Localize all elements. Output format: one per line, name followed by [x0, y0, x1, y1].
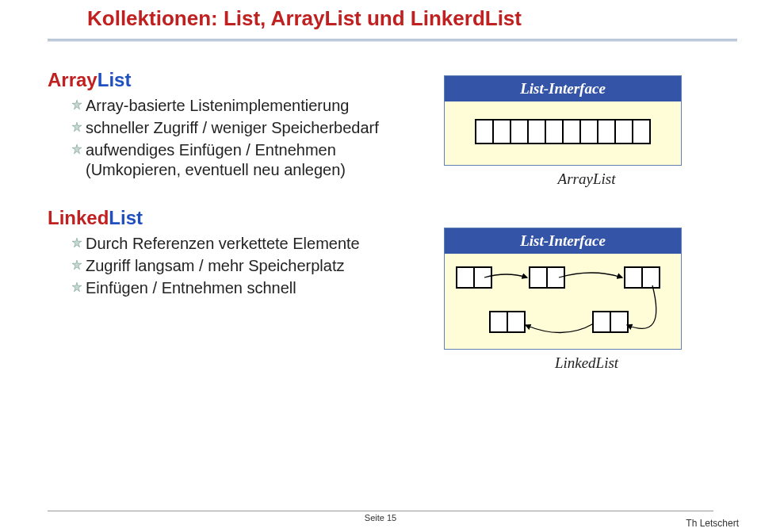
- diagram-header: List-Interface: [445, 228, 681, 254]
- linkedlist-diagram: List-Interface: [444, 228, 682, 350]
- arraylist-bullets: Array-basierte Listenimplementierung sch…: [48, 96, 420, 180]
- bullet-text: Durch Referenzen verkettete Elemente: [86, 234, 420, 254]
- bullet-star-icon: [68, 281, 86, 293]
- svg-marker-1: [72, 122, 82, 132]
- footer-divider: [48, 511, 713, 511]
- svg-marker-3: [72, 238, 82, 247]
- list-item: aufwendiges Einfügen / Entnehmen (Umkopi…: [68, 140, 420, 180]
- linkedlist-bullets: Durch Referenzen verkettete Elemente Zug…: [48, 234, 420, 298]
- arraylist-diagram: List-Interface: [444, 75, 682, 166]
- list-item: Array-basierte Listenimplementierung: [68, 96, 420, 116]
- svg-marker-4: [72, 260, 82, 270]
- list-item: Zugriff langsam / mehr Speicherplatz: [68, 256, 420, 276]
- linked-node: [624, 266, 660, 289]
- svg-marker-2: [72, 144, 82, 154]
- bullet-text: Array-basierte Listenimplementierung: [86, 96, 420, 116]
- array-cells: [475, 119, 651, 144]
- list-item: Durch Referenzen verkettete Elemente: [68, 234, 420, 254]
- linked-node: [489, 311, 526, 333]
- bullet-text: schneller Zugriff / weniger Speicherbeda…: [86, 118, 420, 138]
- bullet-star-icon: [68, 121, 86, 132]
- linked-node: [529, 266, 565, 289]
- bullet-star-icon: [68, 259, 86, 270]
- page-title: Kollektionen: List, ArrayList und Linker…: [87, 6, 761, 31]
- bullet-text: Zugriff langsam / mehr Speicherplatz: [86, 256, 420, 276]
- author-label: Th Letschert: [686, 518, 739, 529]
- list-item: schneller Zugriff / weniger Speicherbeda…: [68, 118, 420, 138]
- svg-marker-5: [72, 282, 82, 292]
- page-number: Seite 15: [0, 513, 761, 522]
- diagram-caption: LinkedList: [444, 354, 729, 372]
- linked-node: [592, 311, 629, 333]
- bullet-star-icon: [68, 144, 86, 155]
- bullet-star-icon: [68, 237, 86, 248]
- list-item: Einfügen / Entnehmen schnell: [68, 278, 420, 298]
- diagram-caption: ArrayList: [444, 170, 729, 188]
- section-linkedlist-heading: LinkedList: [48, 207, 420, 229]
- bullet-text: Einfügen / Entnehmen schnell: [86, 278, 420, 298]
- diagram-header: List-Interface: [445, 76, 681, 101]
- linked-node: [456, 266, 492, 289]
- svg-marker-0: [72, 100, 82, 109]
- bullet-text: aufwendiges Einfügen / Entnehmen (Umkopi…: [86, 140, 420, 180]
- bullet-star-icon: [68, 99, 86, 110]
- section-arraylist-heading: ArrayList: [48, 69, 420, 91]
